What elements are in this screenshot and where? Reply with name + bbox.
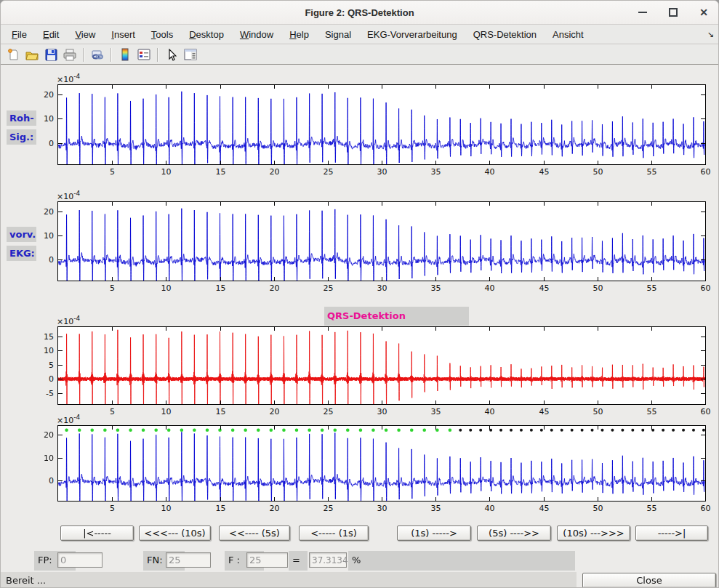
menu-help[interactable]: Help <box>281 26 317 43</box>
window-controls: ✕ <box>638 1 708 24</box>
print-figure-icon[interactable] <box>61 47 79 63</box>
maximize-icon[interactable] <box>669 8 678 17</box>
window-title: Figure 2: QRS-Detektion <box>305 7 414 18</box>
menubar: FileEditViewInsertToolsDesktopWindowHelp… <box>1 25 718 44</box>
y-tick-label: -5 <box>31 389 54 398</box>
plot-roh-signal: ×10-4 5101520253035404550556001020 <box>57 84 706 165</box>
close-icon[interactable]: ✕ <box>699 7 708 17</box>
x-tick-label: 10 <box>156 407 177 416</box>
x-tick-label: 55 <box>641 407 663 416</box>
menu-qrs-detektion[interactable]: QRS-Detektion <box>465 26 545 43</box>
menu-insert[interactable]: Insert <box>103 26 143 43</box>
x-tick-label: 55 <box>641 283 663 293</box>
x-tick-label: 45 <box>534 407 555 416</box>
fn-field[interactable]: 25 <box>166 552 211 568</box>
x-tick-label: 35 <box>425 504 447 513</box>
plot-qrs-detektion: ×10-4 51015202530354045505560-5051015 <box>57 326 706 405</box>
forward-10s-button[interactable]: (10s) --->>> <box>557 525 630 541</box>
x-tick-label: 35 <box>425 283 447 293</box>
x-tick-label: 60 <box>695 407 717 416</box>
x-tick-label: 60 <box>695 283 717 293</box>
x-tick-label: 35 <box>425 167 447 177</box>
ecg-raw-canvas[interactable] <box>58 85 705 164</box>
forward-1s-button[interactable]: (1s) -----> <box>397 525 471 541</box>
minimize-icon[interactable] <box>638 12 647 13</box>
x-tick-label: 25 <box>318 167 340 177</box>
plot-vorverarbeitetes-ekg: ×10-4 5101520253035404550556001020 <box>57 201 706 281</box>
y-tick-label: 10 <box>31 114 54 124</box>
menu-edit[interactable]: Edit <box>35 26 67 43</box>
menu-signal[interactable]: Signal <box>317 26 359 43</box>
qrs-filter-canvas[interactable] <box>58 327 705 404</box>
x-tick-label: 5 <box>102 283 124 293</box>
back-5s-button[interactable]: <<---- (5s) <box>219 525 290 541</box>
jump-to-start-button[interactable]: |<----- <box>60 525 134 541</box>
back-10s-button[interactable]: <<<--- (10s) <box>139 525 211 541</box>
ecg-preprocessed-canvas[interactable] <box>58 202 705 281</box>
show-plot-tools-icon[interactable] <box>182 47 199 63</box>
x-tick-label: 15 <box>210 504 232 513</box>
link-plot-icon[interactable] <box>89 47 106 63</box>
close-button[interactable]: Close <box>582 573 716 588</box>
qrs-detektion-plot-title: QRS-Detektion <box>324 307 469 326</box>
insert-legend-icon[interactable] <box>135 47 153 63</box>
menu-desktop[interactable]: Desktop <box>181 26 232 43</box>
x-tick-label: 30 <box>371 407 393 416</box>
y-axis-exponent: ×10-4 <box>57 414 80 425</box>
menu-ansicht[interactable]: Ansicht <box>545 26 592 43</box>
x-tick-label: 45 <box>534 283 555 293</box>
window-titlebar[interactable]: Figure 2: QRS-Detektion ✕ <box>1 1 718 25</box>
edit-plot-icon[interactable] <box>163 47 180 63</box>
ecg-detections-canvas[interactable] <box>58 426 705 501</box>
y-axis-exponent: ×10-4 <box>57 73 80 84</box>
menu-tools[interactable]: Tools <box>143 26 181 43</box>
menu-overflow-arrow-icon[interactable]: ↘ <box>707 30 714 39</box>
menu-file[interactable]: File <box>4 26 35 43</box>
y-tick-label: 0 <box>31 476 54 486</box>
y-tick-label: 10 <box>31 231 54 241</box>
x-tick-label: 30 <box>371 167 393 177</box>
x-tick-label: 60 <box>695 504 717 513</box>
y-tick-label: 20 <box>31 90 54 100</box>
status-text: Bereit ... <box>6 575 46 586</box>
figure-window: Figure 2: QRS-Detektion ✕ FileEditViewIn… <box>0 0 719 588</box>
result-field[interactable]: 37.3134 <box>309 552 347 568</box>
x-tick-label: 50 <box>587 283 609 293</box>
menu-view[interactable]: View <box>67 26 103 43</box>
forward-5s-button[interactable]: (5s) ---->> <box>477 525 551 541</box>
y-axis-exponent: ×10-4 <box>57 315 80 326</box>
x-tick-label: 5 <box>102 167 124 177</box>
percent-label: % <box>348 551 575 571</box>
x-tick-label: 50 <box>587 407 609 416</box>
save-figure-icon[interactable] <box>42 47 60 63</box>
x-tick-label: 25 <box>318 407 340 416</box>
y-tick-label: 20 <box>31 207 54 217</box>
open-file-icon[interactable] <box>23 47 41 63</box>
y-tick-label: 20 <box>31 430 54 440</box>
x-tick-label: 20 <box>264 167 286 177</box>
menu-window[interactable]: Window <box>232 26 281 43</box>
fp-field[interactable]: 0 <box>57 552 103 568</box>
jump-to-end-button[interactable]: ----->| <box>635 525 708 541</box>
x-tick-label: 40 <box>479 407 501 416</box>
x-tick-label: 10 <box>156 283 177 293</box>
y-tick-label: 0 <box>31 139 54 148</box>
back-1s-button[interactable]: <----- (1s) <box>299 525 369 541</box>
f-field[interactable]: 25 <box>246 552 288 568</box>
toolbar-separator <box>111 48 112 62</box>
axes-box <box>57 84 706 165</box>
y-tick-label: 0 <box>31 374 54 384</box>
insert-colorbar-icon[interactable] <box>116 47 134 63</box>
x-tick-label: 40 <box>479 167 501 177</box>
x-tick-label: 10 <box>156 167 177 177</box>
plot-detektionen: ×10-4 5101520253035404550556001020 <box>57 425 706 502</box>
equals-sign: = <box>289 551 308 571</box>
x-tick-label: 55 <box>641 167 663 177</box>
toolbar-separator <box>83 48 84 62</box>
axes-box <box>57 326 706 405</box>
status-bar: Bereit ... <box>1 572 577 588</box>
x-tick-label: 20 <box>264 504 286 513</box>
toolbar-separator <box>157 48 158 62</box>
menu-ekg-vorverarbeitung[interactable]: EKG-Vorverarbeitung <box>359 26 465 43</box>
new-figure-icon[interactable] <box>4 47 22 63</box>
